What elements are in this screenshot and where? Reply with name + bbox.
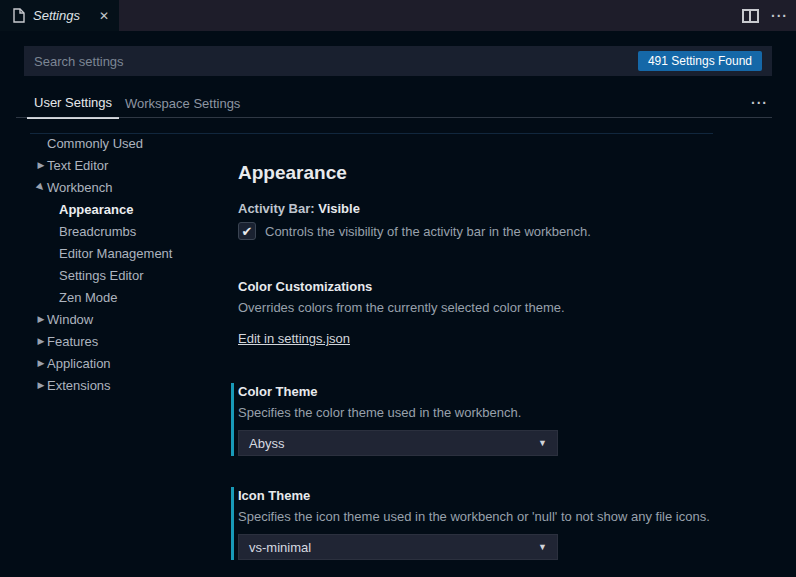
- tab-title: Settings: [33, 8, 93, 23]
- tree-item-zen-mode[interactable]: Zen Mode: [0, 286, 216, 308]
- settings-editor-window: Settings ✕ ··· 491 Settings Found User S…: [0, 0, 796, 577]
- settings-more-icon[interactable]: ···: [751, 96, 768, 110]
- color-theme-select[interactable]: Abyss ▼: [238, 430, 558, 456]
- tree-item-window[interactable]: ▶ Window: [0, 308, 216, 330]
- tree-item-commonly-used[interactable]: Commonly Used: [0, 132, 216, 154]
- check-icon: ✔: [242, 225, 253, 238]
- icon-theme-select[interactable]: vs-minimal ▼: [238, 534, 558, 560]
- tab-user-settings[interactable]: User Settings: [27, 88, 119, 119]
- split-editor-icon[interactable]: [742, 9, 759, 23]
- editor-tab-bar: Settings ✕ ···: [0, 0, 796, 31]
- settings-count-badge: 491 Settings Found: [638, 51, 762, 71]
- more-actions-icon[interactable]: ···: [771, 9, 788, 23]
- tree-item-editor-management[interactable]: Editor Management: [0, 242, 216, 264]
- modified-indicator: [231, 383, 234, 456]
- setting-title-color-theme: Color Theme: [238, 384, 317, 399]
- settings-tree: Commonly Used ▶ Text Editor ▶ Workbench …: [0, 132, 216, 396]
- tree-item-breadcrumbs[interactable]: Breadcrumbs: [0, 220, 216, 242]
- tree-item-appearance[interactable]: Appearance: [0, 198, 216, 220]
- chevron-collapsed-icon: ▶: [36, 358, 46, 368]
- chevron-down-icon: ▼: [538, 542, 547, 552]
- activity-bar-checkbox[interactable]: ✔: [238, 222, 256, 240]
- editor-actions: ···: [742, 0, 788, 31]
- tree-item-features[interactable]: ▶ Features: [0, 330, 216, 352]
- chevron-collapsed-icon: ▶: [36, 160, 46, 170]
- scope-tabs: User Settings Workspace Settings ···: [0, 88, 796, 118]
- tab-settings[interactable]: Settings ✕: [0, 0, 119, 31]
- edit-in-settings-json-link[interactable]: Edit in settings.json: [238, 331, 350, 346]
- setting-title-icon-theme: Icon Theme: [238, 488, 310, 503]
- file-icon: [13, 8, 25, 23]
- chevron-collapsed-icon: ▶: [36, 380, 46, 390]
- setting-title-activity-bar: Activity Bar: Visible: [238, 201, 360, 216]
- setting-description: Specifies the color theme used in the wo…: [238, 405, 521, 420]
- select-value: vs-minimal: [249, 540, 311, 555]
- section-title: Appearance: [238, 162, 347, 184]
- search-input[interactable]: [34, 54, 638, 69]
- tree-item-settings-editor[interactable]: Settings Editor: [0, 264, 216, 286]
- setting-description: Specifies the icon theme used in the wor…: [238, 509, 710, 524]
- header-divider: [16, 117, 772, 118]
- tree-item-workbench[interactable]: ▶ Workbench: [0, 176, 216, 198]
- setting-title-color-customizations: Color Customizations: [238, 279, 372, 294]
- select-value: Abyss: [249, 436, 284, 451]
- setting-description: Overrides colors from the currently sele…: [238, 300, 565, 315]
- tree-item-extensions[interactable]: ▶ Extensions: [0, 374, 216, 396]
- search-box: 491 Settings Found: [24, 46, 772, 76]
- tab-workspace-settings[interactable]: Workspace Settings: [118, 88, 247, 118]
- chevron-down-icon: ▼: [538, 438, 547, 448]
- setting-description: Controls the visibility of the activity …: [265, 224, 591, 239]
- chevron-expanded-icon: ▶: [34, 180, 48, 194]
- tree-item-application[interactable]: ▶ Application: [0, 352, 216, 374]
- chevron-collapsed-icon: ▶: [36, 314, 46, 324]
- chevron-collapsed-icon: ▶: [36, 336, 46, 346]
- tree-item-text-editor[interactable]: ▶ Text Editor: [0, 154, 216, 176]
- modified-indicator: [231, 487, 234, 560]
- close-icon[interactable]: ✕: [99, 10, 109, 22]
